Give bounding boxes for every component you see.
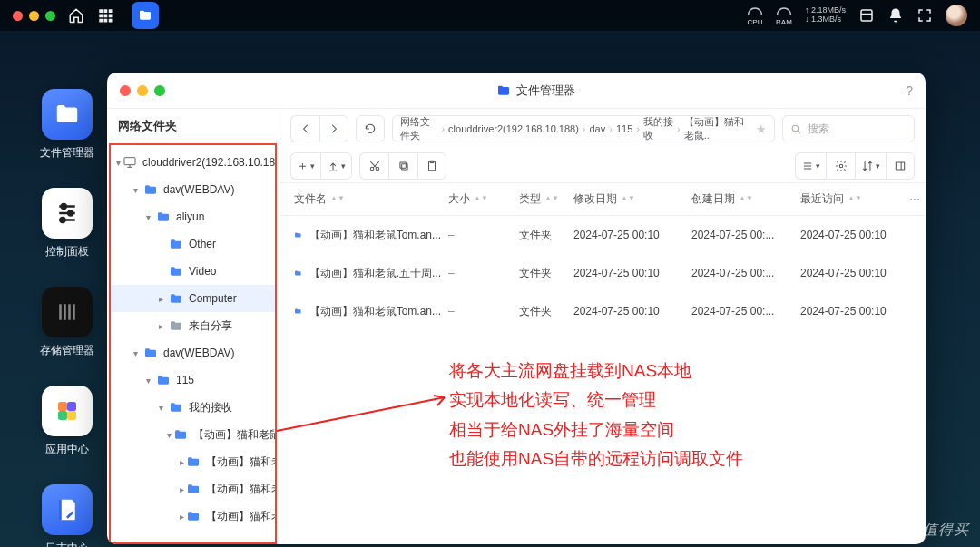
svg-rect-8 bbox=[109, 19, 113, 23]
window-titlebar[interactable]: 文件管理器 ? bbox=[107, 73, 926, 109]
info-panel-button[interactable] bbox=[886, 152, 915, 180]
tree-node[interactable]: ▾【动画】猫和老鼠... bbox=[111, 421, 275, 448]
cut-button[interactable] bbox=[359, 152, 388, 180]
svg-line-29 bbox=[798, 131, 800, 133]
window-controls[interactable] bbox=[120, 85, 165, 96]
view-list-button[interactable]: ▾ bbox=[795, 152, 826, 180]
notifications-icon[interactable] bbox=[887, 7, 904, 24]
svg-point-15 bbox=[68, 211, 73, 216]
svg-rect-7 bbox=[104, 19, 108, 23]
dock-log-center[interactable]: 日志中心 bbox=[42, 484, 93, 547]
dock-file-manager[interactable]: 文件管理器 bbox=[40, 89, 94, 161]
tree-node[interactable]: ▾我的接收 bbox=[111, 394, 275, 421]
svg-rect-40 bbox=[896, 161, 904, 169]
folder-icon bbox=[496, 83, 511, 98]
svg-rect-5 bbox=[109, 15, 113, 18]
nav-back-button[interactable] bbox=[290, 115, 319, 142]
minimize-icon[interactable] bbox=[137, 85, 148, 96]
search-input[interactable]: 搜索 bbox=[782, 115, 915, 142]
tree-node[interactable]: ▸来自分享 bbox=[111, 312, 275, 339]
nav-forward-button[interactable] bbox=[319, 115, 348, 142]
table-row[interactable]: 【动画】猫和老鼠Tom.an...–文件夹2024-07-25 00:10202… bbox=[279, 292, 926, 330]
cpu-meter: CPU bbox=[747, 5, 763, 26]
home-icon[interactable] bbox=[68, 7, 84, 24]
widgets-icon[interactable] bbox=[858, 7, 875, 24]
minimize-icon[interactable] bbox=[29, 11, 39, 21]
search-placeholder: 搜索 bbox=[808, 122, 829, 137]
new-button[interactable]: ＋ ▾ bbox=[290, 152, 320, 180]
tree-node[interactable]: ▾clouddriver2(192.168.10.188) bbox=[111, 149, 275, 176]
file-manager-dock-icon[interactable] bbox=[132, 2, 159, 29]
apps-grid-icon[interactable] bbox=[97, 7, 113, 24]
tree-node[interactable]: ▾dav(WEBDAV) bbox=[111, 339, 275, 366]
paste-button[interactable] bbox=[417, 152, 446, 180]
dock-label: 日志中心 bbox=[45, 541, 89, 547]
tree-node[interactable]: ▸【动画】猫和老... bbox=[111, 503, 275, 530]
columns-more-icon[interactable]: ⋯ bbox=[909, 193, 920, 206]
main-panel: 网络文件夹›clouddriver2(192.168.10.188)›dav›1… bbox=[279, 109, 926, 544]
breadcrumb-item[interactable]: dav bbox=[590, 123, 606, 134]
svg-rect-2 bbox=[109, 9, 113, 13]
copy-button[interactable] bbox=[388, 152, 417, 180]
dock-label: 控制面板 bbox=[45, 244, 89, 259]
system-menubar: CPU RAM ↑ 2.18MB/s↓ 1.3MB/s bbox=[0, 0, 980, 31]
dock-app-center[interactable]: 应用中心 bbox=[42, 386, 93, 457]
close-icon[interactable] bbox=[13, 11, 23, 21]
sort-button[interactable]: ▾ bbox=[855, 152, 886, 180]
breadcrumb-item[interactable]: 115 bbox=[616, 123, 632, 134]
refresh-button[interactable] bbox=[356, 115, 385, 142]
table-row[interactable]: 【动画】猫和老鼠Tom.an...–文件夹2024-07-25 00:10202… bbox=[279, 216, 926, 254]
tree-node[interactable]: ▸【动画】猫和老... bbox=[111, 475, 275, 503]
dock-storage-manager[interactable]: 存储管理器 bbox=[40, 287, 94, 358]
tree-node[interactable]: ▾aliyun bbox=[111, 203, 275, 230]
svg-rect-23 bbox=[58, 411, 67, 420]
svg-rect-4 bbox=[104, 15, 108, 18]
svg-rect-1 bbox=[104, 9, 108, 13]
svg-rect-0 bbox=[99, 9, 103, 13]
breadcrumb-item[interactable]: 我的接收 bbox=[643, 115, 673, 142]
search-icon bbox=[790, 123, 802, 135]
table-row[interactable]: 【动画】猫和老鼠.五十周...–文件夹2024-07-25 00:102024-… bbox=[279, 254, 926, 292]
fullscreen-icon[interactable] bbox=[916, 7, 933, 24]
dock-label: 文件管理器 bbox=[40, 145, 94, 161]
dock-control-panel[interactable]: 控制面板 bbox=[42, 188, 93, 259]
dock-label: 存储管理器 bbox=[40, 343, 94, 358]
maximize-icon[interactable] bbox=[45, 11, 55, 21]
maximize-icon[interactable] bbox=[154, 85, 165, 96]
tree-node[interactable]: ▾115 bbox=[111, 366, 275, 394]
sidebar-header: 网络文件夹 bbox=[107, 109, 279, 142]
network-speed: ↑ 2.18MB/s↓ 1.3MB/s bbox=[805, 6, 846, 24]
svg-point-39 bbox=[839, 164, 843, 168]
close-icon[interactable] bbox=[120, 85, 131, 96]
desktop-dock: 文件管理器 控制面板 存储管理器 应用中心 日志中心 bbox=[40, 89, 94, 547]
settings-button[interactable] bbox=[826, 152, 855, 180]
breadcrumb[interactable]: 网络文件夹›clouddriver2(192.168.10.188)›dav›1… bbox=[392, 115, 775, 142]
svg-point-14 bbox=[62, 204, 66, 209]
sidebar: 网络文件夹 ▾clouddriver2(192.168.10.188)▾dav(… bbox=[107, 109, 279, 544]
svg-rect-24 bbox=[67, 411, 76, 420]
folder-tree[interactable]: ▾clouddriver2(192.168.10.188)▾dav(WEBDAV… bbox=[109, 143, 277, 544]
svg-rect-22 bbox=[67, 402, 76, 411]
breadcrumb-item[interactable]: 网络文件夹 bbox=[400, 115, 437, 142]
window-controls[interactable] bbox=[13, 11, 55, 21]
watermark: 值 什么值得买 bbox=[867, 520, 969, 540]
tree-node[interactable]: Other bbox=[111, 230, 275, 258]
svg-rect-32 bbox=[401, 163, 407, 169]
tree-node[interactable]: Video bbox=[111, 258, 275, 285]
table-header[interactable]: 文件名▲▼ 大小▲▼ 类型▲▼ 修改日期▲▼ 创建日期▲▼ 最近访问▲▼ ⋯ bbox=[279, 183, 926, 216]
breadcrumb-item[interactable]: clouddriver2(192.168.10.188) bbox=[448, 123, 579, 134]
tree-node[interactable]: ▸Computer bbox=[111, 285, 275, 312]
tree-node[interactable]: ▾dav(WEBDAV) bbox=[111, 176, 275, 203]
file-list: 【动画】猫和老鼠Tom.an...–文件夹2024-07-25 00:10202… bbox=[279, 216, 926, 330]
user-avatar[interactable] bbox=[946, 5, 967, 26]
help-icon[interactable]: ? bbox=[906, 83, 913, 98]
upload-button[interactable]: ▾ bbox=[320, 152, 352, 180]
breadcrumb-item[interactable]: 【动画】猫和老鼠... bbox=[684, 115, 750, 142]
window-title: 文件管理器 bbox=[172, 83, 898, 99]
favorite-star-icon[interactable]: ★ bbox=[756, 122, 767, 136]
svg-point-28 bbox=[792, 125, 799, 132]
svg-rect-3 bbox=[99, 15, 103, 18]
svg-point-16 bbox=[61, 218, 65, 222]
tree-node[interactable]: ▸【动画】猫和老... bbox=[111, 448, 275, 475]
svg-rect-6 bbox=[99, 19, 103, 23]
